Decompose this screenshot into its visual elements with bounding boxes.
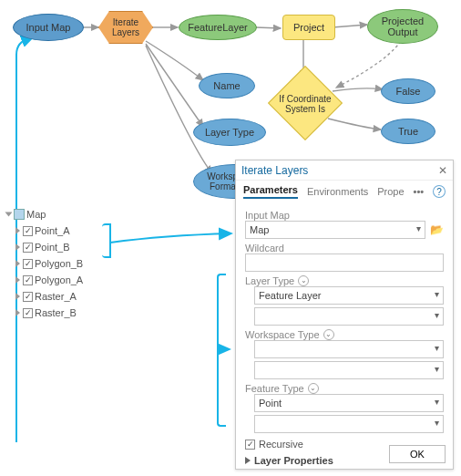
feature-type-select[interactable] xyxy=(254,394,444,412)
label: False xyxy=(396,86,421,97)
toc-item-label: Raster_A xyxy=(35,291,77,302)
panel-tabs: Parameters Environments Prope ••• ? xyxy=(236,181,453,202)
toc-item-label: Polygon_A xyxy=(35,274,83,285)
node-layer-type[interactable]: Layer Type xyxy=(193,119,266,146)
toc-item[interactable]: ✓Point_A xyxy=(5,222,115,239)
tab-properties[interactable]: Prope xyxy=(377,186,404,197)
label-workspace-type: Workspace Type⌄ xyxy=(245,329,444,340)
label: True xyxy=(398,126,418,137)
label: Iterate Layers xyxy=(107,17,145,37)
chevron-down-icon[interactable]: ⌄ xyxy=(298,275,309,286)
checkbox-icon[interactable]: ✓ xyxy=(23,275,33,285)
chevron-down-icon[interactable]: ⌄ xyxy=(323,329,334,340)
iterate-layers-panel: Iterate Layers ✕ Parameters Environments… xyxy=(235,160,454,470)
recursive-label: Recursive xyxy=(259,439,303,450)
more-menu-icon[interactable]: ••• xyxy=(414,186,425,197)
wildcard-field[interactable] xyxy=(245,254,444,272)
layer-toc: Map ✓Point_A ✓Point_B ✓Polygon_B ✓Polygo… xyxy=(5,206,115,321)
node-projected-output[interactable]: Projected Output xyxy=(367,9,438,44)
label-input-map: Input Map xyxy=(245,210,444,221)
help-icon[interactable]: ? xyxy=(433,185,446,198)
checkbox-icon[interactable]: ✓ xyxy=(23,226,33,236)
expand-arrow-icon[interactable] xyxy=(15,227,20,234)
label-feature-type: Feature Type⌄ xyxy=(245,383,444,394)
toc-item[interactable]: ✓Raster_B xyxy=(5,305,115,321)
expand-arrow-icon[interactable] xyxy=(15,309,20,316)
node-false[interactable]: False xyxy=(381,78,435,104)
expand-arrow-icon[interactable] xyxy=(15,293,20,300)
layer-type-select[interactable] xyxy=(254,286,444,305)
label: Layer Type xyxy=(205,127,254,138)
layer-type-select-extra[interactable] xyxy=(254,307,444,326)
checkbox-icon[interactable]: ✓ xyxy=(23,243,33,253)
node-project[interactable]: Project xyxy=(282,15,335,40)
tab-environments[interactable]: Environments xyxy=(307,186,368,197)
toc-item-label: Raster_B xyxy=(35,307,77,318)
node-true[interactable]: True xyxy=(381,119,435,144)
toc-item[interactable]: ✓Polygon_A xyxy=(5,272,115,288)
chevron-down-icon[interactable]: ⌄ xyxy=(308,383,319,394)
map-icon xyxy=(14,209,25,220)
checkbox-icon[interactable]: ✓ xyxy=(23,292,33,302)
workspace-type-select-extra[interactable] xyxy=(254,361,444,379)
toc-item[interactable]: ✓Point_B xyxy=(5,239,115,255)
label: Project xyxy=(293,22,324,33)
node-input-map[interactable]: Input Map xyxy=(13,14,84,41)
node-name[interactable]: Name xyxy=(199,73,255,98)
toc-root-label: Map xyxy=(26,209,46,220)
feature-type-select-extra[interactable] xyxy=(254,415,444,433)
input-map-field[interactable] xyxy=(245,221,425,239)
close-icon[interactable]: ✕ xyxy=(438,164,447,177)
checkbox-icon[interactable]: ✓ xyxy=(23,308,33,318)
toc-item[interactable]: ✓Raster_A xyxy=(5,288,115,305)
label: Projected Output xyxy=(382,16,424,37)
expand-arrow-icon xyxy=(245,457,251,464)
checkbox-icon: ✓ xyxy=(245,440,255,450)
browse-folder-icon[interactable]: 📂 xyxy=(429,223,444,236)
panel-title: Iterate Layers xyxy=(241,164,308,177)
label-wildcard: Wildcard xyxy=(245,243,444,254)
toc-item[interactable]: ✓Polygon_B xyxy=(5,255,115,272)
label: FeatureLayer xyxy=(188,22,247,33)
toc-item-label: Point_A xyxy=(35,225,70,236)
panel-titlebar: Iterate Layers ✕ xyxy=(236,160,453,181)
label-layer-type: Layer Type⌄ xyxy=(245,275,444,286)
toc-item-label: Point_B xyxy=(35,242,70,253)
node-feature-layer[interactable]: FeatureLayer xyxy=(179,15,257,40)
expand-arrow-icon[interactable] xyxy=(5,212,13,217)
label: Input Map xyxy=(26,22,71,33)
panel-body: Input Map 📂 Wildcard Layer Type⌄ Workspa… xyxy=(236,202,453,471)
expand-arrow-icon[interactable] xyxy=(15,276,20,284)
expand-arrow-icon[interactable] xyxy=(15,260,20,267)
label: Name xyxy=(213,80,240,91)
layer-properties-label: Layer Properties xyxy=(254,455,333,466)
expand-arrow-icon[interactable] xyxy=(15,243,20,251)
workspace-type-select[interactable] xyxy=(254,340,444,358)
node-iterate-layers[interactable]: Iterate Layers xyxy=(98,11,153,44)
tab-parameters[interactable]: Parameters xyxy=(243,184,298,199)
ok-button[interactable]: OK xyxy=(389,445,446,463)
toc-item-label: Polygon_B xyxy=(35,258,83,269)
callout-bracket-panel xyxy=(217,274,226,427)
toc-root[interactable]: Map xyxy=(5,206,115,222)
checkbox-icon[interactable]: ✓ xyxy=(23,259,33,269)
callout-bracket-toc xyxy=(102,223,111,258)
